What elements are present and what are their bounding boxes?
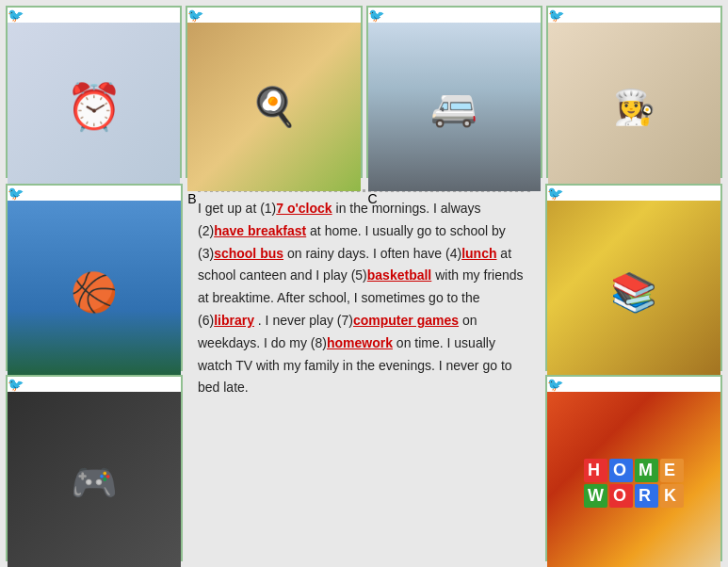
blank-5: basketball	[367, 267, 431, 283]
blank-4: lunch	[461, 246, 496, 261]
card-h: 🐦 H O M E W O R K H	[545, 375, 722, 562]
blank-6: library	[214, 313, 254, 328]
bottom-left: 🐦 🏀 E 🐦 🎮 G	[0, 184, 188, 567]
bird-icon-b: 🐦	[187, 8, 360, 23]
card-g: 🐦 🎮 G	[6, 375, 183, 562]
image-basketball: 🏀	[8, 201, 181, 384]
card-f: 🐦 📚 F	[545, 184, 722, 371]
card-e: 🐦 🏀 E	[6, 184, 183, 371]
card-label-c: C	[368, 191, 541, 206]
card-b: 🐦 🍳 B	[186, 6, 362, 178]
text-after-3: on rainy days. I often have (4)	[283, 246, 461, 261]
bird-icon-f: 🐦	[547, 186, 720, 201]
blank-8: homework	[327, 335, 393, 350]
card-a: 🐦 ⏰ A	[6, 6, 182, 178]
bird-icon-c: 🐦	[368, 8, 541, 23]
bottom-center: I get up at (1)7 o'clock in the mornings…	[188, 184, 540, 567]
bird-icon-a: 🐦	[8, 8, 180, 23]
top-row: 🐦 ⏰ A 🐦 🍳 B 🐦 🚐 C 🐦 👩‍🍳 D	[0, 0, 728, 184]
image-food: 🍳	[187, 23, 360, 191]
card-d: 🐦 👩‍🍳 D	[546, 6, 722, 178]
main-grid: 🐦 ⏰ A 🐦 🍳 B 🐦 🚐 C 🐦 👩‍🍳 D 🐦 🏀 E	[0, 0, 728, 567]
card-c: 🐦 🚐 C	[366, 6, 542, 178]
image-library: 📚	[547, 201, 720, 384]
bottom-right: 🐦 📚 F 🐦 H O M E W O R K H	[540, 184, 728, 567]
blank-2: have breakfast	[214, 223, 306, 238]
bird-icon-h: 🐦	[547, 377, 720, 392]
bird-icon-g: 🐦	[8, 377, 181, 392]
image-gamepad: 🎮	[8, 392, 181, 568]
image-bus: 🚐	[368, 23, 541, 191]
card-label-b: B	[187, 191, 360, 206]
blank-3: school bus	[214, 246, 283, 261]
text-after-6: . I never play (7)	[254, 313, 353, 328]
image-clock: ⏰	[8, 23, 180, 191]
image-canteen: 👩‍🍳	[548, 23, 720, 191]
image-homework: H O M E W O R K	[547, 392, 720, 568]
paragraph: I get up at (1)7 o'clock in the mornings…	[198, 198, 530, 399]
bird-icon-e: 🐦	[8, 186, 181, 201]
bird-icon-d: 🐦	[548, 8, 720, 23]
blank-7: computer games	[353, 313, 459, 328]
